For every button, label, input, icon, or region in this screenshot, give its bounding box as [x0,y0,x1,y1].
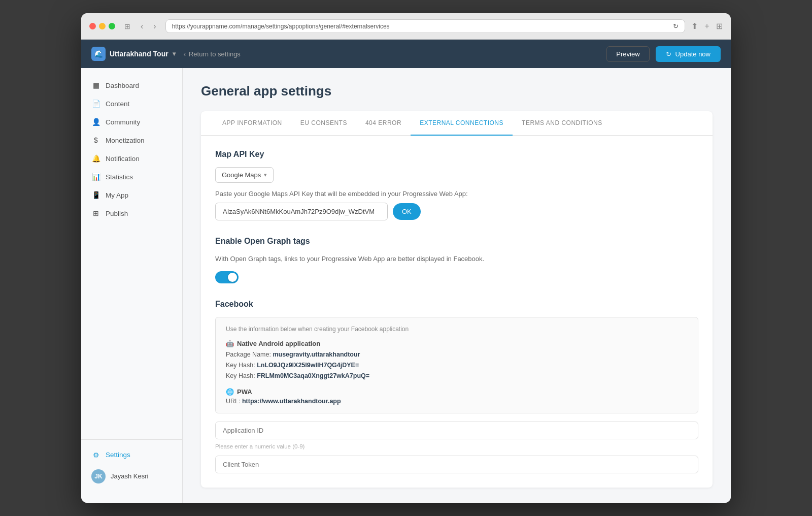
card-content: Map API Key Google Maps ▾ Paste your Goo… [201,136,713,487]
settings-label: Settings [106,451,130,459]
sidebar-item-statistics[interactable]: 📊 Statistics [81,168,182,186]
user-initials: JK [94,473,102,480]
sidebar-item-monetization[interactable]: $ Monetization [81,131,182,149]
client-token-input[interactable] [215,456,698,473]
key-hash-2-value: FRLMm0MC3aqa0Xnggt27wkA7puQ= [257,372,369,379]
tab-eu-consents[interactable]: EU CONSENTS [291,111,356,136]
reload-icon[interactable]: ↻ [673,22,679,30]
sidebar-item-notification[interactable]: 🔔 Notification [81,149,182,168]
return-label: Return to settings [189,50,241,58]
chevron-down-icon: ▾ [173,50,176,57]
preview-button[interactable]: Preview [606,46,649,62]
user-profile[interactable]: JK Jayash Kesri [81,464,182,489]
share-icon[interactable]: ⬆ [691,21,698,31]
top-bar-right: Preview ↻ Update now [606,46,721,62]
sidebar-label-statistics: Statistics [106,173,133,181]
back-button[interactable]: ‹ [138,21,146,32]
api-key-description: Paste your Google Maps API Key that will… [215,190,698,198]
tab-404-error[interactable]: 404 ERROR [356,111,411,136]
sidebar-label-monetization: Monetization [106,137,145,144]
app-container: 🌊 Uttarakhand Tour ▾ ‹ Return to setting… [81,40,731,502]
app-name: Uttarakhand Tour [110,50,168,58]
community-icon: 👤 [91,118,100,126]
address-bar[interactable]: https://yourappname.com/manage/settings/… [165,19,685,33]
browser-actions: ⬆ ＋ ⊞ [691,21,723,31]
sidebar-item-dashboard[interactable]: ▦ Dashboard [81,76,182,94]
dropdown-arrow-icon: ▾ [264,172,267,178]
sidebar-item-settings[interactable]: ⚙ Settings [81,446,182,464]
publish-icon: ⊞ [91,209,100,217]
app-logo-icon: 🌊 [91,47,106,61]
sidebar-item-community[interactable]: 👤 Community [81,113,182,131]
sidebar-item-myapp[interactable]: 📱 My App [81,186,182,204]
refresh-icon: ↻ [666,50,671,58]
api-key-input[interactable] [215,203,388,220]
content-area: General app settings APP INFORMATION EU … [183,68,731,502]
update-label: Update now [675,50,710,58]
top-bar: 🌊 Uttarakhand Tour ▾ ‹ Return to setting… [81,40,731,68]
sidebar-label-publish: Publish [106,210,128,217]
left-arrow-icon: ‹ [184,50,186,58]
map-api-title: Map API Key [215,150,698,159]
pwa-section: 🌐 PWA URL: https://www.uttarakhandtour.a… [226,388,688,405]
open-graph-description: With Open Graph tags, links to your Prog… [215,254,698,264]
app-id-input[interactable] [215,422,698,439]
android-label: 🤖 Native Android application [226,340,688,347]
key-hash-1-value: LnLO9JQz9lX25I9wlIH7QG4jDYE= [257,362,359,369]
dashboard-icon: ▦ [91,81,100,89]
maps-provider-label: Google Maps [222,171,261,179]
open-graph-title: Enable Open Graph tags [215,237,698,246]
app-id-hint: Please enter a numeric value (0-9) [215,443,698,449]
user-name: Jayash Kesri [111,472,148,480]
traffic-lights [89,23,115,29]
forward-button[interactable]: › [150,21,159,32]
open-graph-section: Enable Open Graph tags With Open Graph t… [215,237,698,283]
app-logo[interactable]: 🌊 Uttarakhand Tour ▾ [91,47,176,61]
map-api-section: Map API Key Google Maps ▾ Paste your Goo… [215,150,698,220]
minimize-button[interactable] [99,23,106,29]
api-key-ok-button[interactable]: OK [393,203,421,220]
maximize-button[interactable] [109,23,115,29]
sidebar: ▦ Dashboard 📄 Content 👤 Community $ Mone… [81,68,183,502]
close-button[interactable] [89,23,96,29]
api-key-input-row: OK [215,203,698,220]
tab-app-information[interactable]: APP INFORMATION [213,111,291,136]
myapp-icon: 📱 [91,191,100,199]
avatar: JK [91,469,106,483]
sidebar-label-content: Content [106,100,129,108]
sidebar-label-notification: Notification [106,155,140,163]
package-name-value: musegravity.uttarakhandtour [273,351,360,358]
open-graph-toggle[interactable] [215,271,239,283]
sidebar-item-publish[interactable]: ⊞ Publish [81,204,182,222]
tab-terms-and-conditions[interactable]: TERMS AND CONDITIONS [513,111,612,136]
grid-icon[interactable]: ⊞ [716,21,723,31]
notification-icon: 🔔 [91,154,100,163]
tab-external-connections[interactable]: EXTERNAL CONNECTIONS [411,111,513,136]
settings-card: APP INFORMATION EU CONSENTS 404 ERROR EX… [201,111,713,487]
android-icon: 🤖 [226,340,234,347]
browser-window: ⊞ ‹ › https://yourappname.com/manage/set… [81,13,731,502]
sidebar-label-community: Community [106,118,140,126]
package-name-detail: Package Name: musegravity.uttarakhandtou… [226,349,688,360]
toggle-track [215,271,239,283]
tabs-bar: APP INFORMATION EU CONSENTS 404 ERROR EX… [201,111,713,136]
toggle-thumb [228,273,237,282]
globe-icon: 🌐 [226,388,234,396]
content-icon: 📄 [91,100,100,108]
sidebar-toggle-button[interactable]: ⊞ [121,21,133,31]
pwa-url-value: https://www.uttarakhandtour.app [242,398,341,405]
update-now-button[interactable]: ↻ Update now [656,46,721,62]
browser-chrome: ⊞ ‹ › https://yourappname.com/manage/set… [81,13,731,40]
monetization-icon: $ [91,136,100,144]
pwa-label: 🌐 PWA [226,388,688,396]
maps-provider-dropdown[interactable]: Google Maps ▾ [215,167,274,183]
facebook-info-box: Use the information below when creating … [215,317,698,413]
facebook-title: Facebook [215,300,698,309]
key-hash-2-detail: Key Hash: FRLMm0MC3aqa0Xnggt27wkA7puQ= [226,371,688,381]
sidebar-item-content[interactable]: 📄 Content [81,94,182,113]
sidebar-label-dashboard: Dashboard [106,82,139,89]
return-to-settings-link[interactable]: ‹ Return to settings [184,50,241,58]
pwa-url-detail: URL: https://www.uttarakhandtour.app [226,398,688,405]
statistics-icon: 📊 [91,173,100,181]
new-tab-icon[interactable]: ＋ [703,21,711,31]
